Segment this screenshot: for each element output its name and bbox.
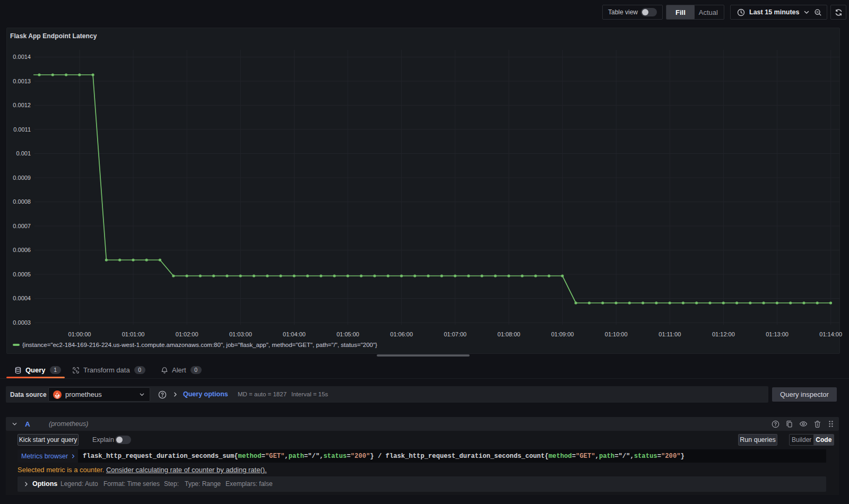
svg-text:0.0012: 0.0012 [13,102,31,108]
svg-text:01:01:00: 01:01:00 [122,331,145,337]
svg-text:0.0008: 0.0008 [13,198,31,205]
svg-text:01:05:00: 01:05:00 [336,331,359,337]
svg-text:01:09:00: 01:09:00 [551,331,574,337]
svg-text:01:11:00: 01:11:00 [659,331,681,337]
svg-text:01:07:00: 01:07:00 [444,331,466,337]
svg-text:01:03:00: 01:03:00 [229,331,252,337]
svg-text:0.001: 0.001 [16,150,31,157]
svg-text:0.0004: 0.0004 [13,295,31,301]
svg-text:01:13:00: 01:13:00 [766,331,789,337]
svg-text:0.0007: 0.0007 [13,223,31,229]
svg-text:01:06:00: 01:06:00 [390,331,413,337]
svg-text:0.0006: 0.0006 [13,247,31,253]
svg-text:01:04:00: 01:04:00 [283,331,306,337]
svg-text:0.0014: 0.0014 [13,54,31,60]
svg-text:01:00:00: 01:00:00 [68,331,91,337]
svg-text:01:10:00: 01:10:00 [605,331,628,337]
svg-text:01:02:00: 01:02:00 [176,331,198,337]
svg-text:01:08:00: 01:08:00 [498,331,521,337]
svg-text:0.0013: 0.0013 [13,78,31,84]
svg-text:0.0009: 0.0009 [13,175,31,181]
svg-text:01:14:00: 01:14:00 [819,331,842,337]
svg-text:0.0005: 0.0005 [13,271,31,277]
svg-text:0.0011: 0.0011 [13,126,31,133]
svg-text:01:12:00: 01:12:00 [712,331,735,337]
svg-text:0.0003: 0.0003 [13,319,31,326]
